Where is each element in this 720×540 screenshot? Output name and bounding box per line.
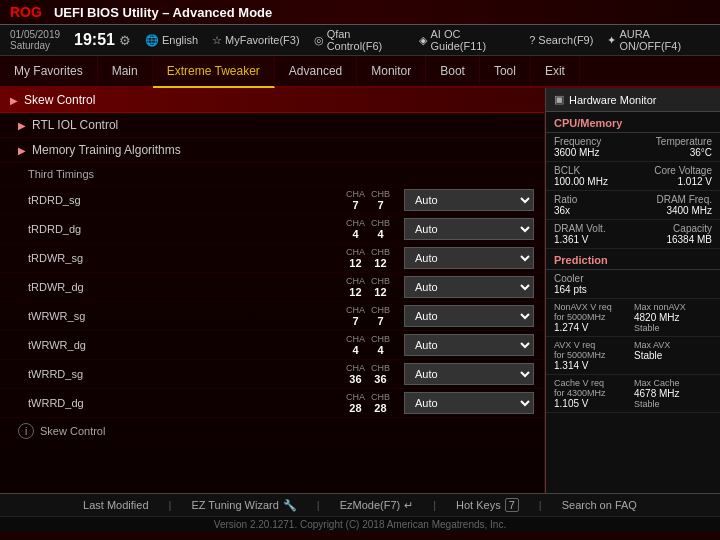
ez-tuning-item[interactable]: EZ Tuning Wizard 🔧	[191, 499, 296, 512]
dram-freq-value: 3400 MHz	[656, 205, 712, 216]
footer-divider-4: |	[539, 499, 542, 511]
timing-channels: CHA 28 CHB 28	[346, 392, 390, 414]
nav-my-favorites[interactable]: My Favorites	[0, 56, 98, 86]
nav-exit[interactable]: Exit	[531, 56, 580, 86]
ai-oc-btn[interactable]: ◈ AI OC Guide(F11)	[419, 28, 515, 52]
chb-label: CHB	[371, 276, 390, 286]
star-icon: ☆	[212, 34, 222, 47]
language-selector[interactable]: 🌐 English	[145, 34, 198, 47]
qfan-btn[interactable]: ◎ Qfan Control(F6)	[314, 28, 406, 52]
timing-name: tWRWR_dg	[28, 339, 108, 351]
nav-tool[interactable]: Tool	[480, 56, 531, 86]
cha-value: 4	[352, 228, 358, 240]
channel-a-box: CHA 12	[346, 247, 365, 269]
cha-value: 12	[349, 257, 361, 269]
cha-value: 4	[352, 344, 358, 356]
timing-dropdown[interactable]: Auto	[404, 189, 534, 211]
timing-row[interactable]: tWRWR_dg CHA 4 CHB 4 Auto	[0, 331, 544, 360]
search-icon: ?	[529, 34, 535, 46]
ez-tuning-label: EZ Tuning Wizard	[191, 499, 278, 511]
search-btn[interactable]: ? Search(F9)	[529, 34, 593, 46]
skew-control-section[interactable]: ▶ Skew Control	[0, 88, 544, 113]
aura-btn[interactable]: ✦ AURA ON/OFF(F4)	[607, 28, 710, 52]
arrow-right-icon: ▶	[18, 120, 26, 131]
channel-b-box: CHB 12	[371, 247, 390, 269]
temperature-value: 36°C	[656, 147, 712, 158]
timing-dropdown[interactable]: Auto	[404, 305, 534, 327]
timing-row[interactable]: tWRRD_dg CHA 28 CHB 28 Auto	[0, 389, 544, 418]
chb-value: 4	[377, 228, 383, 240]
nav-monitor[interactable]: Monitor	[357, 56, 426, 86]
globe-icon: 🌐	[145, 34, 159, 47]
cha-label: CHA	[346, 334, 365, 344]
timing-name: tWRRD_dg	[28, 397, 108, 409]
dram-freq-label: DRAM Freq.	[656, 194, 712, 205]
cha-label: CHA	[346, 247, 365, 257]
channel-a-box: CHA 7	[346, 305, 365, 327]
search-faq-item[interactable]: Search on FAQ	[562, 499, 637, 511]
channel-a-box: CHA 7	[346, 189, 365, 211]
hot-keys-item[interactable]: Hot Keys 7	[456, 498, 519, 512]
cha-value: 7	[352, 315, 358, 327]
channel-a-box: CHA 12	[346, 276, 365, 298]
max-non-avx-label: Max nonAVX	[634, 302, 712, 312]
last-modified-item[interactable]: Last Modified	[83, 499, 148, 511]
timing-row[interactable]: tRDRD_dg CHA 4 CHB 4 Auto	[0, 215, 544, 244]
prediction-grid-1: NonAVX V req for 5000MHz 1.274 V Max non…	[546, 299, 720, 337]
channel-a-box: CHA 4	[346, 334, 365, 356]
timing-name: tRDWR_sg	[28, 252, 108, 264]
ez-mode-item[interactable]: EzMode(F7) ↵	[340, 499, 414, 512]
gear-icon[interactable]: ⚙	[119, 33, 131, 48]
fan-icon: ◎	[314, 34, 324, 47]
timing-row[interactable]: tRDWR_sg CHA 12 CHB 12 Auto	[0, 244, 544, 273]
nav-main[interactable]: Main	[98, 56, 153, 86]
rtl-iol-section[interactable]: ▶ RTL IOL Control	[0, 113, 544, 138]
ez-mode-label: EzMode(F7)	[340, 499, 401, 511]
timing-channels: CHA 4 CHB 4	[346, 218, 390, 240]
timing-dropdown[interactable]: Auto	[404, 276, 534, 298]
core-voltage-value: 1.012 V	[654, 176, 712, 187]
ratio-label: Ratio	[554, 194, 577, 205]
mem-training-section[interactable]: ▶ Memory Training Algorithms	[0, 138, 544, 163]
max-non-avx-value: 4820 MHz	[634, 312, 712, 323]
hot-keys-label: Hot Keys	[456, 499, 501, 511]
timing-dropdown[interactable]: Auto	[404, 363, 534, 385]
timing-row[interactable]: tRDWR_dg CHA 12 CHB 12 Auto	[0, 273, 544, 302]
aura-icon: ✦	[607, 34, 616, 47]
timing-row[interactable]: tRDRD_sg CHA 7 CHB 7 Auto	[0, 186, 544, 215]
ratio-value: 36x	[554, 205, 577, 216]
nav-advanced[interactable]: Advanced	[275, 56, 357, 86]
bclk-label: BCLK	[554, 165, 608, 176]
chb-value: 4	[377, 344, 383, 356]
ai-icon: ◈	[419, 34, 427, 47]
cha-label: CHA	[346, 392, 365, 402]
timing-row[interactable]: tWRWR_sg CHA 7 CHB 7 Auto	[0, 302, 544, 331]
third-timings-label: Third Timings	[0, 163, 544, 186]
chb-value: 36	[374, 373, 386, 385]
bclk-value: 100.00 MHz	[554, 176, 608, 187]
timing-row[interactable]: tWRRD_sg CHA 36 CHB 36 Auto	[0, 360, 544, 389]
timing-dropdown[interactable]: Auto	[404, 247, 534, 269]
hw-bclk-row: BCLK 100.00 MHz Core Voltage 1.012 V	[546, 162, 720, 191]
title-bar: ROG UEFI BIOS Utility – Advanced Mode	[0, 0, 720, 25]
hot-keys-key: 7	[505, 498, 519, 512]
mem-training-label: Memory Training Algorithms	[32, 143, 181, 157]
channel-a-box: CHA 36	[346, 363, 365, 385]
channel-b-box: CHB 7	[371, 305, 390, 327]
timing-dropdown[interactable]: Auto	[404, 392, 534, 414]
timing-name: tRDWR_dg	[28, 281, 108, 293]
prediction-grid-2: AVX V req for 5000MHz 1.314 V Max AVX St…	[546, 337, 720, 375]
chb-label: CHB	[371, 334, 390, 344]
nav-boot[interactable]: Boot	[426, 56, 480, 86]
timing-name: tRDRD_sg	[28, 194, 108, 206]
timing-dropdown[interactable]: Auto	[404, 218, 534, 240]
hw-monitor-title: ▣ Hardware Monitor	[546, 88, 720, 112]
arrow-right-icon: ▶	[10, 95, 18, 106]
avx-for: for 5000MHz	[554, 350, 632, 360]
timing-dropdown[interactable]: Auto	[404, 334, 534, 356]
my-favorites-btn[interactable]: ☆ MyFavorite(F3)	[212, 34, 300, 47]
nav-extreme-tweaker[interactable]: Extreme Tweaker	[153, 56, 275, 88]
cooler-label: Cooler	[554, 273, 587, 284]
max-cache-stable: Stable	[634, 399, 712, 409]
hw-ratio-row: Ratio 36x DRAM Freq. 3400 MHz	[546, 191, 720, 220]
